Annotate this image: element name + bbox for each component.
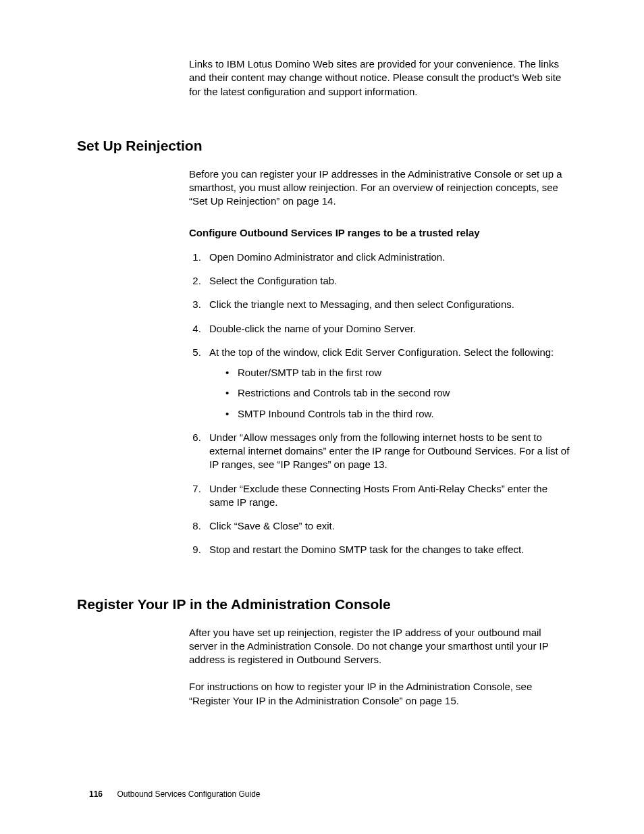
step-5c: SMTP Inbound Controls tab in the third r…: [227, 407, 570, 421]
step-7: Under “Exclude these Connecting Hosts Fr…: [204, 482, 570, 510]
step-6: Under “Allow messages only from the foll…: [204, 431, 570, 472]
section-heading-register: Register Your IP in the Administration C…: [77, 596, 644, 613]
step-5-sublist: Router/SMTP tab in the first row Restric…: [209, 366, 570, 421]
footer-title: Outbound Services Configuration Guide: [117, 789, 260, 799]
step-3: Click the triangle next to Messaging, an…: [204, 298, 570, 311]
step-5: At the top of the window, click Edit Ser…: [204, 346, 570, 421]
section1-subhead: Configure Outbound Services IP ranges to…: [189, 226, 570, 240]
step-1: Open Domino Administrator and click Admi…: [204, 251, 570, 264]
steps-list: Open Domino Administrator and click Admi…: [204, 251, 570, 557]
section2-para1: After you have set up reinjection, regis…: [189, 626, 570, 667]
page-footer: 116 Outbound Services Configuration Guid…: [89, 789, 261, 799]
section2-para2: For instructions on how to register your…: [189, 680, 570, 708]
step-5b: Restrictions and Controls tab in the sec…: [227, 386, 570, 400]
page-number: 116: [89, 789, 103, 799]
step-5-text: At the top of the window, click Edit Ser…: [209, 346, 554, 358]
step-4: Double-click the name of your Domino Ser…: [204, 322, 570, 336]
intro-paragraph: Links to IBM Lotus Domino Web sites are …: [189, 0, 570, 99]
step-8: Click “Save & Close” to exit.: [204, 519, 570, 533]
section-heading-reinjection: Set Up Reinjection: [77, 138, 644, 154]
document-page: Links to IBM Lotus Domino Web sites are …: [0, 0, 644, 834]
step-2: Select the Configuration tab.: [204, 274, 570, 288]
step-5a: Router/SMTP tab in the first row: [227, 366, 570, 380]
section1-intro: Before you can register your IP addresse…: [189, 167, 570, 209]
step-9: Stop and restart the Domino SMTP task fo…: [204, 543, 570, 556]
